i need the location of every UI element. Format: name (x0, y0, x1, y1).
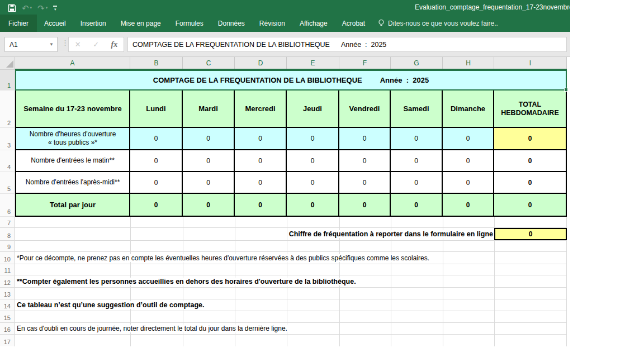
cell-a4[interactable]: Nombre d'entrées le matin** (15, 150, 130, 172)
cell-a9[interactable] (15, 241, 567, 251)
tab-donnees[interactable]: Données (211, 15, 252, 32)
row-header-3[interactable]: 3 (0, 128, 15, 150)
row-header-6[interactable]: 6 (0, 194, 15, 217)
cell-a7[interactable] (15, 217, 567, 227)
cell-i4[interactable]: 0 (494, 150, 567, 172)
cell-i5[interactable]: 0 (494, 172, 567, 194)
cell-a16[interactable]: En cas d'oubli en cours de journée, note… (15, 323, 567, 334)
cell-d6[interactable]: 0 (235, 194, 287, 217)
column-header-e[interactable]: E (287, 57, 339, 69)
cell-f6[interactable]: 0 (339, 194, 391, 217)
cell-c5[interactable]: 0 (183, 172, 235, 194)
cell-a17[interactable] (15, 335, 567, 346)
cell-g5[interactable]: 0 (391, 172, 443, 194)
row-header-4[interactable]: 4 (0, 150, 15, 172)
cell-e5[interactable]: 0 (287, 172, 339, 194)
cell-i2[interactable]: TOTAL HEBDOMADAIRE (494, 90, 567, 128)
cell-i6[interactable]: 0 (494, 194, 567, 217)
cell-h4[interactable]: 0 (443, 150, 494, 172)
tab-insertion[interactable]: Insertion (73, 15, 113, 32)
row-header-14[interactable]: 14 (0, 299, 15, 311)
cell-e3[interactable]: 0 (287, 128, 339, 150)
cell-e2[interactable]: Jeudi (287, 90, 339, 128)
cell-f2[interactable]: Vendredi (339, 90, 391, 128)
cell-f5[interactable]: 0 (339, 172, 391, 194)
cell-a15[interactable] (15, 311, 567, 322)
row-header-12[interactable]: 12 (0, 275, 15, 287)
cell-a2[interactable]: Semaine du 17-23 novembre (15, 90, 130, 128)
row-header-10[interactable]: 10 (0, 252, 15, 264)
cell-a13[interactable] (15, 288, 567, 299)
column-header-h[interactable]: H (443, 57, 494, 69)
cell-b4[interactable]: 0 (130, 150, 183, 172)
column-header-b[interactable]: B (130, 57, 183, 69)
cell-b2[interactable]: Lundi (130, 90, 183, 128)
cell-g6[interactable]: 0 (391, 194, 443, 217)
tell-me-box[interactable]: Dites-nous ce que vous voulez faire.. (372, 15, 504, 32)
cell-a10[interactable]: *Pour ce décompte, ne prenez pas en comp… (15, 252, 567, 264)
cell-d2[interactable]: Mercredi (235, 90, 287, 128)
insert-function-icon[interactable]: fx (111, 40, 118, 49)
cell-h2[interactable]: Dimanche (443, 90, 494, 128)
cell-b6[interactable]: 0 (130, 194, 183, 217)
cell-b5[interactable]: 0 (130, 172, 183, 194)
column-header-c[interactable]: C (183, 57, 235, 69)
tab-mise-en-page[interactable]: Mise en page (113, 15, 168, 32)
cell-a14[interactable]: Ce tableau n’est qu’une suggestion d’out… (15, 299, 567, 311)
tab-accueil[interactable]: Accueil (37, 15, 73, 32)
select-all-corner[interactable] (0, 57, 15, 70)
save-icon[interactable] (8, 4, 16, 12)
cell-a1-title[interactable]: COMPTAGE DE LA FREQUENTATION DE LA BIBLI… (15, 70, 567, 90)
cell-d5[interactable]: 0 (235, 172, 287, 194)
cell-a3[interactable]: Nombre d'heures d'ouverture « tous publi… (15, 128, 130, 150)
selection-fill-handle[interactable] (564, 88, 568, 92)
row-header-7[interactable]: 7 (0, 217, 15, 227)
row-header-11[interactable]: 11 (0, 264, 15, 275)
cell-b3[interactable]: 0 (130, 128, 183, 150)
cell-a12[interactable]: **Compter également les personnes accuei… (15, 275, 567, 287)
row-header-8[interactable]: 8 (0, 228, 15, 240)
cell-h6[interactable]: 0 (443, 194, 494, 217)
cell-d3[interactable]: 0 (235, 128, 287, 150)
undo-icon[interactable]: ↶▾ (22, 4, 32, 12)
cell-h8[interactable]: Chiffre de fréquentation à reporter dans… (15, 228, 494, 240)
row-header-1[interactable]: 1 (0, 70, 15, 90)
cell-h5[interactable]: 0 (443, 172, 494, 194)
tab-affichage[interactable]: Affichage (292, 15, 335, 32)
cell-g2[interactable]: Samedi (391, 90, 443, 128)
cell-i3[interactable]: 0 (494, 128, 567, 150)
cell-c3[interactable]: 0 (183, 128, 235, 150)
tab-formules[interactable]: Formules (168, 15, 211, 32)
row-header-15[interactable]: 15 (0, 311, 15, 322)
cell-e4[interactable]: 0 (287, 150, 339, 172)
cell-h3[interactable]: 0 (443, 128, 494, 150)
tab-acrobat[interactable]: Acrobat (335, 15, 372, 32)
cell-i8[interactable]: 0 (494, 228, 567, 240)
cell-e6[interactable]: 0 (287, 194, 339, 217)
cell-d4[interactable]: 0 (235, 150, 287, 172)
column-header-a[interactable]: A (15, 57, 130, 69)
formula-input[interactable]: COMPTAGE DE LA FREQUENTATION DE LA BIBLI… (127, 37, 567, 52)
column-header-f[interactable]: F (339, 57, 391, 69)
row-header-2[interactable]: 2 (0, 90, 15, 128)
enter-icon[interactable]: ✓ (93, 40, 99, 49)
column-header-i[interactable]: I (494, 57, 567, 69)
row-header-9[interactable]: 9 (0, 241, 15, 251)
cancel-icon[interactable]: ✕ (75, 40, 81, 49)
cell-g3[interactable]: 0 (391, 128, 443, 150)
row-header-17[interactable]: 17 (0, 335, 15, 346)
cell-a11[interactable] (15, 264, 567, 275)
cell-g4[interactable]: 0 (391, 150, 443, 172)
cell-c2[interactable]: Mardi (183, 90, 235, 128)
name-box-dropdown-icon[interactable]: ▼ (49, 42, 54, 47)
cell-c6[interactable]: 0 (183, 194, 235, 217)
row-header-16[interactable]: 16 (0, 323, 15, 334)
cell-c4[interactable]: 0 (183, 150, 235, 172)
cell-f3[interactable]: 0 (339, 128, 391, 150)
tab-fichier[interactable]: Fichier (0, 15, 37, 32)
tab-revision[interactable]: Révision (252, 15, 292, 32)
row-header-5[interactable]: 5 (0, 172, 15, 194)
cell-f4[interactable]: 0 (339, 150, 391, 172)
row-header-13[interactable]: 13 (0, 288, 15, 299)
cell-a5[interactable]: Nombre d'entrées l'après-midi** (15, 172, 130, 194)
